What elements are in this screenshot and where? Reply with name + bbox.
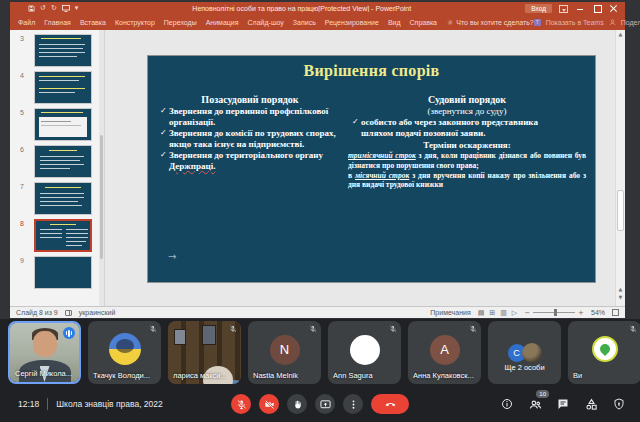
tab-record[interactable]: Запись (293, 19, 316, 26)
mic-toggle-button[interactable] (231, 394, 251, 414)
mic-off-icon (309, 325, 317, 333)
tab-help[interactable]: Справка (410, 19, 437, 26)
misspelled-word: Держпраці. (169, 161, 215, 171)
present-button[interactable] (315, 394, 335, 414)
quick-access-toolbar: ↺ ↻ ▾ (28, 5, 78, 12)
thumbnail-number: 9 (10, 256, 34, 264)
slide-left-column: Позасудовий порядок ✓ Звернення до перви… (160, 94, 340, 173)
call-controls (231, 394, 409, 414)
slide-sorter-view-icon[interactable]: ⊞ (489, 309, 495, 317)
current-slide[interactable]: Вирішення спорів Позасудовий порядок ✓ З… (147, 55, 596, 283)
tab-review[interactable]: Рецензирование (325, 19, 379, 26)
tab-file[interactable]: Файл (18, 19, 35, 26)
thumbnail-slide-9[interactable]: 9 (10, 256, 104, 289)
meet-window: ↺ ↻ ▾ Неповнолітні особи та право на пра… (0, 0, 640, 422)
next-slide-icon[interactable]: ▼ (616, 294, 625, 300)
tab-animations[interactable]: Анимация (206, 19, 239, 26)
save-icon[interactable] (28, 5, 35, 12)
people-icon (529, 398, 542, 411)
meeting-panels: 10 (500, 394, 626, 414)
editor-vertical-scrollbar[interactable]: ▲ ▲ ▼ (615, 30, 625, 306)
reading-view-icon[interactable]: ▥ (500, 309, 507, 317)
window-title: Неповнолітні особи та право на працю[Pro… (78, 5, 525, 12)
tab-insert[interactable]: Вставка (80, 19, 106, 26)
slideshow-icon[interactable] (62, 5, 70, 12)
thumbnail-panel-scrollbar[interactable] (99, 30, 104, 306)
overflow-participants-tile[interactable]: С Ще 2 особи (488, 321, 561, 384)
participant-tile[interactable]: Сергій Микола... (8, 321, 81, 384)
thumbnail-slide-6[interactable]: 6 (10, 145, 104, 178)
slide-counter: Слайд 8 из 9 (16, 309, 58, 316)
ribbon-display-options-icon[interactable] (559, 5, 568, 13)
self-tile[interactable]: Ви (568, 321, 640, 384)
language-indicator[interactable]: украинский (79, 309, 116, 316)
right-column-subheader: (звернутися до суду) (348, 106, 586, 116)
check-bullet-icon: ✓ (160, 128, 169, 149)
undo-icon[interactable]: ↺ (40, 5, 46, 12)
camera-toggle-button[interactable] (259, 394, 279, 414)
zoom-slider[interactable] (533, 312, 575, 313)
mic-off-icon (469, 325, 477, 333)
ribbon-tab-bar: Файл Главная Вставка Конструктор Переход… (10, 15, 625, 30)
zoom-in-icon[interactable]: + (578, 309, 584, 317)
shapes-icon (585, 398, 598, 411)
minimize-button[interactable] (575, 4, 585, 13)
normal-view-icon[interactable]: ▤ (478, 309, 485, 317)
scroll-up-icon[interactable]: ▲ (616, 31, 625, 37)
redo-icon[interactable]: ↻ (51, 5, 57, 12)
more-options-button[interactable] (343, 394, 363, 414)
zoom-level[interactable]: 54% (591, 309, 605, 316)
slide-editor-area: Вирішення спорів Позасудовий порядок ✓ З… (105, 30, 615, 306)
previous-slide-icon[interactable]: ▲ (616, 286, 625, 292)
thumbnail-preview (34, 145, 92, 178)
thumbnail-preview (34, 219, 92, 252)
thumbnail-preview (34, 256, 92, 289)
scrollbar-thumb[interactable] (617, 190, 624, 231)
activities-button[interactable] (584, 394, 598, 414)
ppt-titlebar: ↺ ↻ ▾ Неповнолітні особи та право на пра… (10, 2, 625, 15)
notes-toggle[interactable]: Примечания (430, 309, 470, 316)
share-button[interactable]: Поделиться (621, 19, 640, 26)
mic-off-icon (629, 325, 637, 333)
tab-home[interactable]: Главная (44, 19, 71, 26)
tab-design[interactable]: Конструктор (115, 19, 155, 26)
thumbnail-slide-3[interactable]: 3 (10, 34, 104, 67)
teams-icon: T (534, 19, 541, 26)
tell-me-box[interactable]: ☼ Что вы хотите сделать? (447, 19, 534, 27)
slideshow-view-icon[interactable]: ▷ (512, 309, 517, 317)
show-in-teams-button[interactable]: Показать в Teams (546, 19, 604, 26)
raise-hand-button[interactable] (287, 394, 307, 414)
host-controls-button[interactable] (612, 394, 626, 414)
spellcheck-icon[interactable] (65, 310, 72, 316)
restore-button[interactable] (592, 4, 602, 13)
meeting-details-button[interactable] (500, 394, 514, 414)
participant-tile[interactable]: Ann Sagura (328, 321, 401, 384)
leave-call-button[interactable] (371, 394, 409, 414)
avatar (109, 333, 141, 365)
chat-button[interactable] (556, 394, 570, 414)
participant-tile[interactable]: Ткачук Володи... (88, 321, 161, 384)
participant-name: Анна Кулаковск... (413, 371, 474, 380)
thumbnail-slide-8-active[interactable]: 8 (10, 219, 104, 252)
participant-name: Сергій Микола... (15, 369, 72, 378)
participant-tile[interactable]: А Анна Кулаковск... (408, 321, 481, 384)
chat-icon (557, 398, 569, 410)
fit-slide-icon[interactable] (612, 309, 619, 316)
thumbnail-slide-4[interactable]: 4 (10, 71, 104, 104)
participant-tile[interactable]: лариса макси... (168, 321, 241, 384)
participants-button[interactable]: 10 (528, 394, 542, 414)
signin-button[interactable]: Вход (525, 4, 552, 13)
close-button[interactable] (609, 4, 619, 13)
thumbnail-preview (34, 108, 92, 141)
thumbnail-slide-7[interactable]: 7 (10, 182, 104, 215)
tab-transitions[interactable]: Переходы (164, 19, 197, 26)
tab-slideshow[interactable]: Слайд-шоу (248, 19, 284, 26)
thumbnail-slide-5[interactable]: 5 (10, 108, 104, 141)
participant-name: Ткачук Володи... (93, 371, 150, 380)
mic-off-icon (149, 325, 157, 333)
avatar: N (270, 335, 300, 365)
bullet-item: ✓ Звернення до комісії по трудових спора… (160, 128, 340, 149)
tab-view[interactable]: Вид (388, 19, 401, 26)
participant-tile[interactable]: N Nastia Melnik (248, 321, 321, 384)
zoom-out-icon[interactable]: − (524, 309, 530, 317)
